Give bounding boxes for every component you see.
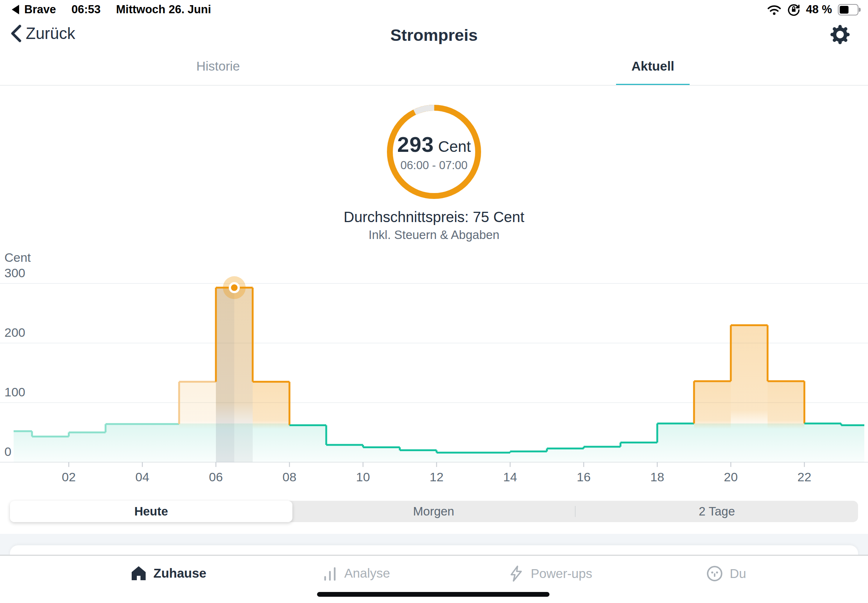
svg-text:18: 18 <box>650 470 664 484</box>
svg-text:16: 16 <box>577 470 591 484</box>
day-switcher: Heute Morgen 2 Tage <box>10 501 858 522</box>
nav-item-analyse[interactable]: Analyse <box>323 565 390 581</box>
svg-text:06: 06 <box>209 470 223 484</box>
nav-item-du[interactable]: Du <box>706 565 746 582</box>
bar-chart-icon <box>323 565 337 581</box>
lightning-icon <box>509 565 524 582</box>
nav-item-zuhause[interactable]: Zuhause <box>131 565 206 581</box>
svg-text:02: 02 <box>62 470 76 484</box>
svg-text:Cent: Cent <box>5 250 31 264</box>
svg-text:08: 08 <box>282 470 296 484</box>
day-option-heute[interactable]: Heute <box>10 501 292 522</box>
day-option-morgen[interactable]: Morgen <box>292 501 575 522</box>
nav-label: Power-ups <box>531 566 592 581</box>
svg-text:10: 10 <box>356 470 370 484</box>
svg-text:0: 0 <box>5 445 11 459</box>
svg-text:20: 20 <box>724 470 738 484</box>
day-option-2tage[interactable]: 2 Tage <box>576 501 858 522</box>
nav-item-power-ups[interactable]: Power-ups <box>509 565 592 582</box>
home-icon <box>131 565 147 581</box>
home-indicator[interactable] <box>317 592 549 597</box>
face-icon <box>706 565 723 582</box>
svg-text:300: 300 <box>5 266 25 280</box>
svg-text:100: 100 <box>5 385 25 399</box>
nav-label: Analyse <box>344 566 390 581</box>
svg-text:14: 14 <box>503 470 517 484</box>
svg-text:200: 200 <box>5 325 25 339</box>
nav-label: Zuhause <box>153 566 206 581</box>
nav-label: Du <box>730 566 746 581</box>
svg-text:04: 04 <box>135 470 149 484</box>
svg-text:22: 22 <box>797 470 811 484</box>
svg-text:12: 12 <box>430 470 444 484</box>
